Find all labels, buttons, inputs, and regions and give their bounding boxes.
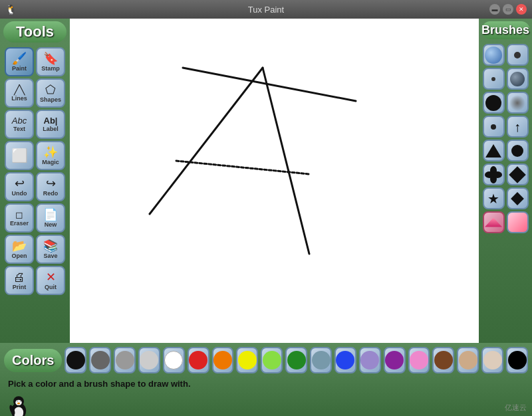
svg-point-14 <box>17 401 17 401</box>
brush-row-6 <box>483 163 529 185</box>
right-brushes: Brushes <box>479 19 532 343</box>
lines-label: Lines <box>11 95 27 102</box>
color-orange[interactable] <box>212 347 234 373</box>
label-label: Label <box>43 126 59 132</box>
brush-star[interactable]: ★ <box>483 187 505 209</box>
tool-lines[interactable]: ╱╲ Lines <box>5 78 34 108</box>
new-icon: 📄 <box>43 209 58 221</box>
maximize-button[interactable]: ▭ <box>503 4 513 15</box>
svg-line-3 <box>176 161 309 174</box>
color-white[interactable] <box>163 347 185 373</box>
brush-large-black[interactable] <box>483 92 505 114</box>
brush-diamond[interactable] <box>507 163 529 185</box>
color-gray-light[interactable] <box>138 347 160 373</box>
bottom-mascot-area: 亿速云 <box>0 391 532 416</box>
title-bar-title: Tux Paint <box>248 5 284 15</box>
text-label: Text <box>13 126 25 132</box>
print-icon: 🖨 <box>13 271 25 283</box>
tool-row-2: ╱╲ Lines ⬠ Shapes <box>5 78 65 108</box>
brush-row-2 <box>483 68 529 90</box>
shapes-label: Shapes <box>40 96 61 103</box>
redo-icon: ↪ <box>46 177 56 189</box>
brush-pink-selected[interactable] <box>483 211 505 233</box>
color-tan[interactable] <box>457 347 479 373</box>
quit-label: Quit <box>45 284 57 290</box>
tool-label[interactable]: Ab| Label <box>36 110 65 139</box>
watermark: 亿速云 <box>505 403 527 413</box>
tool-quit[interactable]: ✕ Quit <box>36 266 65 295</box>
color-purple-light[interactable] <box>359 347 381 373</box>
color-blue[interactable] <box>334 347 356 373</box>
color-red[interactable] <box>188 347 209 373</box>
status-text: Pick a color and a brush shape to draw w… <box>8 379 191 389</box>
color-yellow[interactable] <box>236 347 258 373</box>
color-purple[interactable] <box>384 347 406 373</box>
shapes-icon: ⬠ <box>45 84 56 96</box>
svg-point-16 <box>17 403 20 404</box>
paint-label: Paint <box>12 65 27 72</box>
brush-blur[interactable] <box>507 92 529 114</box>
tool-redo[interactable]: ↪ Redo <box>36 172 65 201</box>
tools-label: Tools <box>3 21 66 43</box>
tool-open[interactable]: 📂 Open <box>5 235 34 264</box>
brush-tiny-dot[interactable] <box>483 68 505 90</box>
brush-row-7: ★ <box>483 187 529 209</box>
canvas-area[interactable] <box>70 19 479 343</box>
tool-stamp[interactable]: 🔖 Stamp <box>36 47 65 76</box>
brush-large-blue[interactable] <box>483 44 505 66</box>
drawing-canvas[interactable] <box>70 19 479 343</box>
brush-arrow-up[interactable]: ↑ <box>507 116 529 138</box>
tool-row-1: 🖌️ Paint 🔖 Stamp <box>5 47 65 76</box>
color-gray-medium[interactable] <box>114 347 136 373</box>
brush-row-3 <box>483 92 529 114</box>
color-green-light[interactable] <box>261 347 283 373</box>
main-area: Tools 🖌️ Paint 🔖 Stamp ╱╲ Lines ⬠ <box>0 19 532 416</box>
close-button[interactable]: ✕ <box>516 4 527 15</box>
brush-row-5 <box>483 140 529 161</box>
brush-circle-medium[interactable] <box>507 140 529 161</box>
brush-triangle[interactable] <box>483 140 505 161</box>
quit-icon: ✕ <box>46 271 56 283</box>
brush-medium-dark[interactable] <box>507 68 529 90</box>
tool-row-8: 🖨 Print ✕ Quit <box>5 266 65 295</box>
tool-magic[interactable]: ✨ Magic <box>36 141 65 170</box>
color-black[interactable] <box>65 347 86 373</box>
tool-row-6: ◻ Eraser 📄 New <box>5 203 65 233</box>
color-brown[interactable] <box>432 347 454 373</box>
brush-gradient-pink[interactable] <box>507 211 529 233</box>
color-cyan-gray[interactable] <box>310 347 332 373</box>
tool-print[interactable]: 🖨 Print <box>5 266 34 295</box>
minimize-button[interactable]: ▬ <box>489 4 500 15</box>
brush-4petal[interactable] <box>483 163 505 185</box>
tool-undo[interactable]: ↩ Undo <box>5 172 34 201</box>
redo-label: Redo <box>43 190 59 197</box>
tool-paint[interactable]: 🖌️ Paint <box>5 47 34 76</box>
color-beige[interactable] <box>481 347 503 373</box>
tool-row-7: 📂 Open 📚 Save <box>5 235 65 264</box>
tool-new[interactable]: 📄 New <box>36 203 65 233</box>
tool-text[interactable]: Abc Text <box>5 110 34 139</box>
new-label: New <box>45 221 57 228</box>
tool-save[interactable]: 📚 Save <box>36 235 65 264</box>
open-icon: 📂 <box>12 240 27 252</box>
color-gray-dark[interactable] <box>89 347 111 373</box>
save-label: Save <box>43 253 57 259</box>
tool-fill[interactable]: ⬜ <box>5 141 34 170</box>
eraser-icon: ◻ <box>15 210 23 219</box>
tool-row-5: ↩ Undo ↪ Redo <box>5 172 65 201</box>
status-bar: Pick a color and a brush shape to draw w… <box>0 376 532 391</box>
text-icon: Abc <box>12 116 27 125</box>
tool-shapes[interactable]: ⬠ Shapes <box>36 78 65 108</box>
color-green[interactable] <box>285 347 307 373</box>
brush-small-dot2[interactable] <box>483 116 505 138</box>
content-row: Tools 🖌️ Paint 🔖 Stamp ╱╲ Lines ⬠ <box>0 19 532 343</box>
brush-small-dot[interactable] <box>507 44 529 66</box>
color-pink[interactable] <box>408 347 430 373</box>
color-black2[interactable] <box>506 347 528 373</box>
tool-row-4: ⬜ ✨ Magic <box>5 141 65 170</box>
brushes-label: Brushes <box>481 21 530 39</box>
brush-small-diamond[interactable] <box>507 187 529 209</box>
tool-eraser[interactable]: ◻ Eraser <box>5 203 34 233</box>
open-label: Open <box>11 253 27 259</box>
colors-row: Colors <box>0 343 532 376</box>
